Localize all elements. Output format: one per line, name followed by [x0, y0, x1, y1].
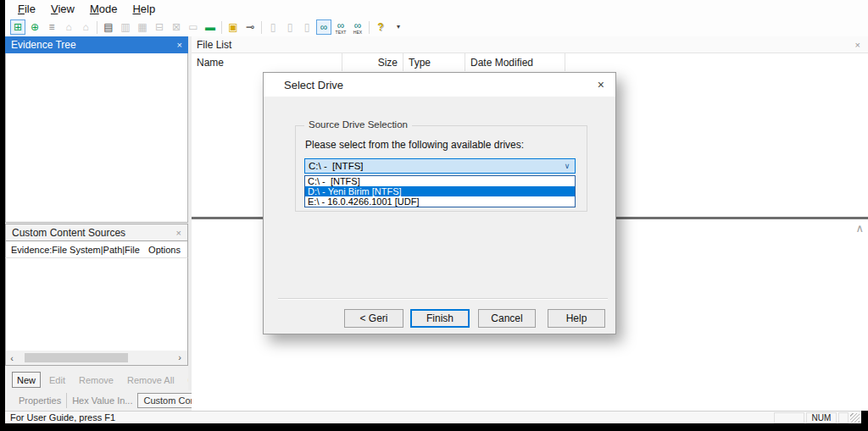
hex-view-sub-label: HEX: [353, 30, 362, 35]
toolbar-separator: [261, 21, 262, 34]
create-custom-content-image-icon: ⊠: [169, 19, 184, 35]
edit-button: Edit: [44, 372, 70, 388]
capture-memory-icon[interactable]: ▬: [203, 19, 218, 35]
custom-content-close-icon[interactable]: ×: [176, 228, 181, 238]
dialog-separator: [278, 298, 608, 300]
menu-mode[interactable]: Mode: [82, 0, 125, 18]
drive-dropdown-list: C:\ - [NTFS] D:\ - Yeni Birim [NTFS] E:\…: [304, 175, 576, 207]
dialog-title: Select Drive: [284, 79, 343, 91]
file-list-close-icon[interactable]: ×: [855, 40, 860, 50]
drive-combobox-value: C:\ - [NTFS]: [305, 161, 559, 171]
custom-content-hscrollbar[interactable]: ‹ ›: [5, 351, 188, 366]
back-button[interactable]: < Geri: [344, 309, 403, 328]
select-drive-dialog: Select Drive × Source Drive Selection Pl…: [263, 72, 616, 334]
file-list-title: File List: [197, 39, 231, 51]
obtain-protected-files-icon[interactable]: ▣: [225, 19, 241, 35]
app-window: File View Mode Help ⊞ ⊕ ≡ ⌂ ⌂ ▤ ▥ ▦ ⊟ ⊠ …: [5, 0, 868, 423]
create-image-button: Create Image: [183, 372, 188, 388]
tab-properties[interactable]: Properties: [14, 393, 66, 408]
menu-file[interactable]: File: [10, 0, 43, 18]
resize-grip[interactable]: [850, 413, 860, 423]
remove-all-button: Remove All: [122, 372, 180, 388]
export-disk-image-icon: ▥: [118, 19, 133, 35]
menu-mode-label: Mode: [90, 3, 118, 15]
add-evidence-item-icon[interactable]: ⊞: [10, 19, 25, 35]
menu-bar: File View Mode Help: [5, 0, 868, 18]
custom-content-header: Evidence:File System|Path|File Options: [5, 241, 188, 258]
drive-select-prompt: Please select from the following availab…: [305, 139, 524, 151]
help-button[interactable]: Help: [548, 309, 605, 328]
toolbar-separator: [369, 21, 370, 34]
menu-help[interactable]: Help: [125, 0, 163, 18]
auto-view-mode-icon[interactable]: ∞: [316, 19, 331, 35]
detect-efs-encryption-icon[interactable]: ⊸: [242, 19, 258, 35]
finish-button[interactable]: Finish: [410, 309, 470, 328]
bottom-tab-bar: Properties Hex Value In... Custom Con...: [5, 390, 192, 411]
custom-content-title: Custom Content Sources: [12, 227, 125, 239]
scroll-right-icon[interactable]: ›: [174, 351, 186, 364]
dialog-close-icon[interactable]: ×: [598, 78, 604, 91]
export-file-hash-list-icon: ▦: [135, 19, 150, 35]
drive-option-e[interactable]: E:\ - 16.0.4266.1001 [UDF]: [305, 196, 575, 207]
tab-custom-content[interactable]: Custom Con...: [137, 393, 192, 408]
status-message: For User Guide, press F1: [5, 412, 774, 423]
image-mounting-icon[interactable]: ≡: [44, 19, 59, 35]
evidence-tree-title: Evidence Tree: [11, 39, 76, 51]
column-header-size[interactable]: Size: [342, 53, 403, 71]
status-pane-3: [838, 412, 849, 423]
toolbar: ⊞ ⊕ ≡ ⌂ ⌂ ▤ ▥ ▦ ⊟ ⊠ ▭ ▬ ▣ ⊸ ▯ ▯ ▯ ∞ ∞ TE…: [5, 18, 868, 36]
scroll-up-icon[interactable]: ∧: [855, 222, 864, 235]
menu-view-label: View: [51, 3, 75, 15]
file-list-header: Name Size Type Date Modified: [192, 53, 868, 71]
chevron-down-icon[interactable]: ∨: [559, 162, 575, 170]
cancel-button[interactable]: Cancel: [478, 309, 536, 328]
save-document-icon: ▯: [299, 19, 314, 35]
add-to-custom-content-image-icon: ⊟: [152, 19, 167, 35]
help-icon[interactable]: ?: [373, 19, 388, 35]
new-document-icon: ▯: [265, 19, 281, 35]
evidence-tree-content[interactable]: [5, 53, 188, 223]
custom-content-buttons: New Edit Remove Remove All Create Image: [5, 369, 188, 390]
group-label: Source Drive Selection: [304, 119, 412, 130]
menu-help-label: Help: [132, 3, 155, 15]
evidence-tree-close-icon[interactable]: ×: [177, 40, 182, 50]
ftk-imager-screen: File View Mode Help ⊞ ⊕ ≡ ⌂ ⌂ ▤ ▥ ▦ ⊟ ⊠ …: [0, 0, 868, 431]
menu-view[interactable]: View: [43, 0, 82, 18]
toolbar-separator: [97, 21, 97, 34]
custom-content-header-label: Evidence:File System|Path|File: [11, 245, 140, 255]
status-num-indicator: NUM: [806, 412, 837, 423]
scrollbar-thumb[interactable]: [25, 353, 128, 362]
hex-view-mode-icon[interactable]: ∞ HEX: [350, 19, 365, 35]
column-header-type[interactable]: Type: [403, 53, 465, 71]
text-view-sub-label: TEXT: [336, 30, 347, 35]
create-disk-image-icon[interactable]: ▤: [101, 19, 116, 35]
text-view-glasses-glyph: ∞: [337, 20, 345, 30]
custom-content-options-label: Options: [148, 245, 181, 255]
menu-file-label: File: [18, 3, 36, 15]
file-list-titlebar: File List ×: [192, 36, 868, 53]
toolbar-separator: [221, 21, 222, 34]
drive-combobox[interactable]: C:\ - [NTFS] ∨: [304, 158, 576, 174]
open-document-icon: ▯: [282, 19, 298, 35]
drive-option-d[interactable]: D:\ - Yeni Birim [NTFS]: [305, 186, 575, 196]
drive-option-c[interactable]: C:\ - [NTFS]: [305, 176, 575, 186]
dialog-titlebar: Select Drive ×: [264, 73, 615, 97]
status-pane-1: [774, 412, 804, 423]
status-bar: For User Guide, press F1 NUM: [5, 411, 868, 423]
new-button[interactable]: New: [12, 372, 41, 388]
tab-hex-value-interpreter[interactable]: Hex Value In...: [66, 393, 137, 408]
custom-content-list[interactable]: [5, 258, 188, 351]
text-view-mode-icon[interactable]: ∞ TEXT: [333, 19, 348, 35]
source-drive-selection-group: Source Drive Selection Please select fro…: [295, 125, 587, 212]
toolbar-overflow-icon[interactable]: ▾: [391, 19, 406, 35]
scroll-left-icon[interactable]: ‹: [6, 351, 18, 365]
add-all-attached-devices-icon[interactable]: ⊕: [27, 19, 42, 35]
column-header-name[interactable]: Name: [192, 53, 342, 71]
screen-corner: [861, 411, 868, 423]
hex-view-glasses-glyph: ∞: [354, 20, 362, 30]
remove-all-evidence-items-icon: ⌂: [78, 19, 93, 35]
remove-evidence-item-icon: ⌂: [61, 19, 76, 35]
dialog-body: Source Drive Selection Please select fro…: [264, 97, 615, 335]
column-header-date-modified[interactable]: Date Modified: [465, 53, 565, 71]
evidence-tree-titlebar: Evidence Tree ×: [5, 36, 188, 53]
